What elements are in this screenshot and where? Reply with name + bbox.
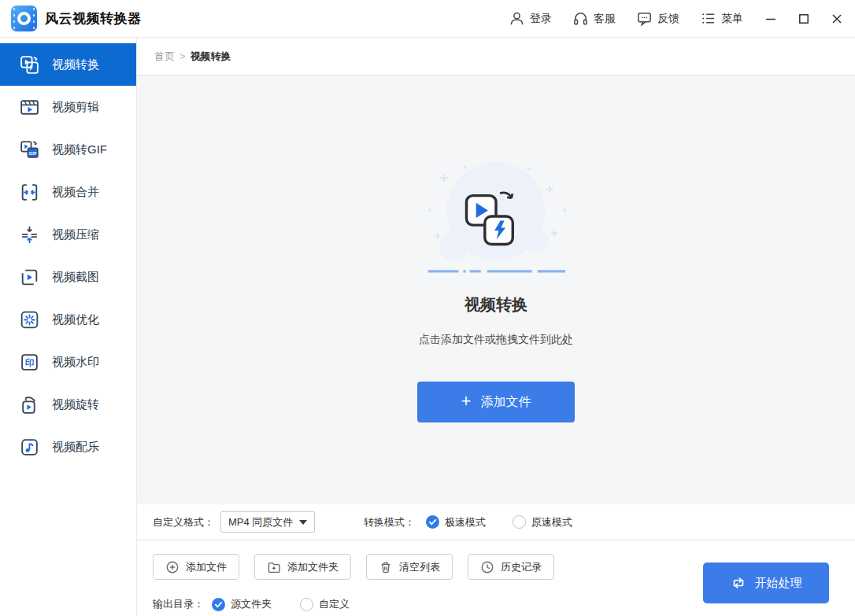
sidebar-item-label: 视频转换	[52, 57, 99, 72]
sidebar-item-label: 视频合并	[52, 185, 99, 200]
add-circle-icon	[165, 560, 180, 574]
add-file-label: 添加文件	[186, 560, 227, 574]
source-folder-label: 源文件夹	[231, 597, 272, 611]
normal-mode-label: 原速模式	[531, 515, 572, 529]
app-logo-icon	[11, 6, 37, 31]
trash-icon	[379, 560, 393, 574]
sidebar-item-label: 视频优化	[52, 312, 99, 327]
sidebar-item-video-music[interactable]: 视频配乐	[0, 426, 136, 468]
close-button[interactable]	[830, 12, 844, 26]
breadcrumb-home[interactable]: 首页	[154, 50, 175, 64]
breadcrumb-current: 视频转换	[191, 50, 231, 64]
titlebar: 风云视频转换器 登录 客服 反馈	[0, 0, 855, 38]
support-button[interactable]: 客服	[572, 10, 616, 27]
login-label: 登录	[530, 12, 552, 26]
plus-icon: +	[461, 393, 472, 410]
sidebar-item-label: 视频剪辑	[52, 100, 99, 115]
add-folder-label: 添加文件夹	[287, 560, 339, 574]
output-directory-label: 输出目录：	[153, 597, 204, 611]
dropzone-hint: 点击添加文件或拖拽文件到此处	[419, 333, 573, 347]
feedback-button[interactable]: 反馈	[636, 10, 679, 27]
menu-button[interactable]: 菜单	[700, 10, 743, 27]
file-drop-zone[interactable]: 视频转换 点击添加文件或拖拽文件到此处 + 添加文件	[137, 76, 855, 504]
chevron-down-icon	[299, 520, 307, 525]
sidebar-item-video-to-gif[interactable]: GIF 视频转GIF	[0, 128, 136, 171]
bottom-bar: 添加文件 添加文件夹 清空列表	[137, 540, 855, 616]
convert-mode-label: 转换模式：	[364, 515, 415, 529]
source-folder-radio[interactable]: 源文件夹	[212, 597, 272, 611]
format-selected-value: MP4 同原文件	[228, 515, 293, 529]
minimize-button[interactable]	[764, 12, 778, 26]
sidebar-item-video-watermark[interactable]: 印 视频水印	[0, 341, 136, 383]
sidebar-item-video-merge[interactable]: 视频合并	[0, 171, 136, 213]
process-loop-icon	[731, 575, 746, 591]
settings-row: 自定义格式： MP4 同原文件 转换模式： 极速模式 原速模式	[137, 504, 855, 540]
sidebar-item-label: 视频旋转	[52, 397, 99, 412]
video-optimize-icon	[19, 309, 40, 330]
minimize-icon	[764, 13, 777, 25]
video-to-gif-icon: GIF	[19, 139, 40, 160]
svg-text:GIF: GIF	[28, 149, 37, 155]
headset-icon	[572, 10, 589, 27]
app-title: 风云视频转换器	[45, 9, 142, 28]
folder-add-icon	[267, 560, 281, 574]
history-clock-icon	[480, 560, 494, 574]
dropzone-title: 视频转换	[465, 294, 527, 315]
sidebar-item-video-rotate[interactable]: 视频旋转	[0, 383, 136, 426]
fast-mode-label: 极速模式	[445, 515, 486, 529]
maximize-button[interactable]	[797, 12, 811, 26]
format-select[interactable]: MP4 同原文件	[220, 511, 315, 533]
radio-checked-icon	[212, 598, 225, 611]
add-folder-button[interactable]: 添加文件夹	[254, 554, 351, 580]
close-icon	[831, 13, 843, 25]
history-button[interactable]: 历史记录	[468, 554, 554, 580]
video-merge-icon	[19, 182, 40, 203]
sidebar-item-video-edit[interactable]: 视频剪辑	[0, 86, 136, 128]
radio-unchecked-icon	[513, 515, 526, 529]
sidebar-item-label: 视频配乐	[52, 440, 99, 455]
maximize-icon	[798, 13, 810, 25]
breadcrumb: 首页 > 视频转换	[137, 38, 855, 76]
sidebar-item-video-compress[interactable]: 视频压缩	[0, 213, 136, 256]
radio-checked-icon	[426, 515, 439, 529]
video-rotate-icon	[19, 394, 40, 415]
sidebar-item-label: 视频水印	[52, 355, 99, 370]
custom-folder-radio[interactable]: 自定义	[300, 597, 350, 611]
add-files-primary-label: 添加文件	[480, 394, 531, 411]
start-processing-button[interactable]: 开始处理	[703, 563, 829, 603]
history-label: 历史记录	[501, 560, 542, 574]
fast-mode-radio[interactable]: 极速模式	[426, 515, 486, 529]
sidebar-item-video-optimize[interactable]: 视频优化	[0, 298, 136, 341]
clear-list-button[interactable]: 清空列表	[366, 554, 453, 580]
sidebar-item-video-convert[interactable]: 视频转换	[0, 43, 136, 86]
radio-unchecked-icon	[300, 598, 313, 611]
login-button[interactable]: 登录	[509, 10, 552, 27]
normal-mode-radio[interactable]: 原速模式	[513, 515, 572, 529]
format-label: 自定义格式：	[153, 515, 214, 529]
sidebar-item-label: 视频截图	[52, 270, 99, 285]
sidebar-item-label: 视频压缩	[52, 227, 99, 242]
menu-icon	[700, 10, 716, 27]
feedback-icon	[636, 10, 653, 27]
add-file-button[interactable]: 添加文件	[153, 554, 239, 580]
custom-folder-label: 自定义	[319, 597, 350, 611]
breadcrumb-separator: >	[180, 50, 186, 62]
video-compress-icon	[19, 224, 40, 245]
video-music-icon	[19, 437, 40, 458]
menu-label: 菜单	[721, 12, 743, 26]
video-convert-icon	[19, 54, 40, 76]
video-watermark-icon: 印	[19, 352, 40, 373]
add-files-primary-button[interactable]: + 添加文件	[417, 382, 575, 422]
video-edit-icon	[19, 97, 40, 118]
sidebar-item-label: 视频转GIF	[52, 142, 107, 157]
sidebar-item-video-screenshot[interactable]: 视频截图	[0, 256, 136, 298]
feedback-label: 反馈	[657, 12, 679, 26]
clear-list-label: 清空列表	[399, 560, 440, 574]
support-label: 客服	[594, 12, 616, 26]
start-processing-label: 开始处理	[755, 576, 802, 591]
sidebar: 视频转换 视频剪辑 GIF 视频转GIF	[0, 38, 137, 616]
user-icon	[509, 10, 525, 27]
video-screenshot-icon	[19, 267, 40, 288]
convert-illustration	[419, 157, 573, 277]
svg-text:印: 印	[25, 358, 34, 367]
